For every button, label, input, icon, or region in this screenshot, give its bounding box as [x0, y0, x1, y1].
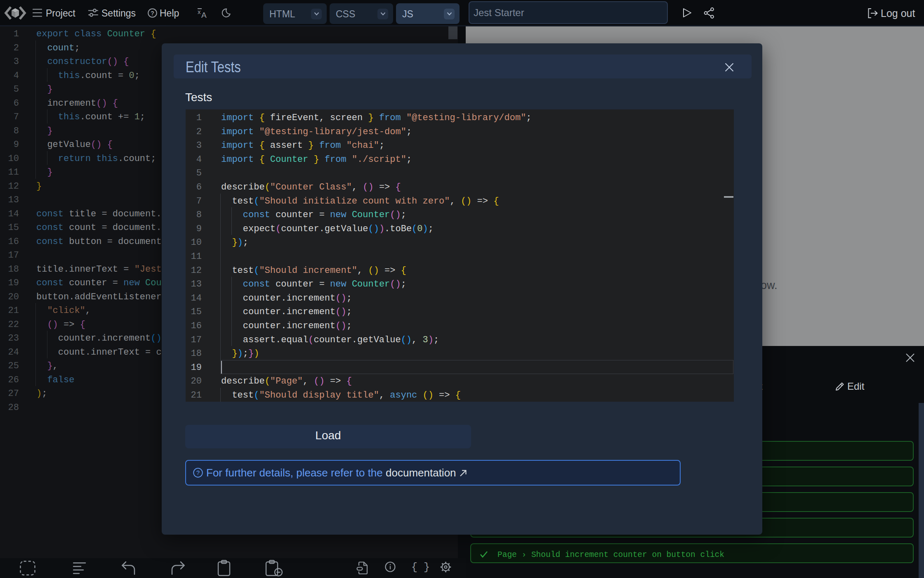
svg-text:?: ?: [151, 10, 154, 17]
svg-text:?: ?: [196, 469, 200, 476]
svg-text:x: x: [198, 8, 201, 15]
svg-text:A: A: [201, 11, 207, 19]
